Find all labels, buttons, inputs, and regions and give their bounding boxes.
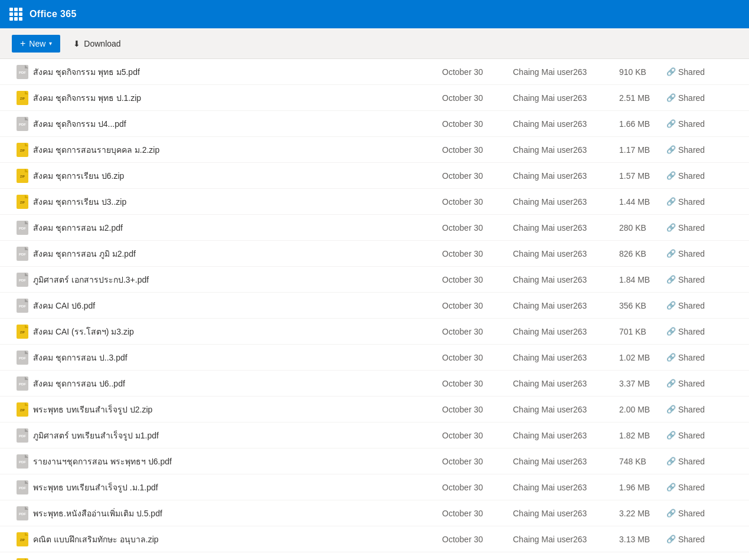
file-sharing: 🔗 Shared — [666, 93, 737, 103]
file-date: October 30 — [442, 431, 513, 440]
file-name[interactable]: สังคม ชุดกิจกรรม พุทธ ม5.pdf — [33, 66, 442, 78]
file-size: 1.02 MB — [619, 353, 666, 362]
file-modified-by: Chaing Mai user263 — [513, 197, 619, 207]
file-modified-by: Chaing Mai user263 — [513, 93, 619, 103]
file-date: October 30 — [442, 249, 513, 258]
zip-icon: ZIP — [12, 532, 33, 546]
table-row[interactable]: PDF สังคม ชุดการสอน ป6..pdf October 30 C… — [0, 371, 749, 397]
file-size: 1.82 MB — [619, 431, 666, 440]
download-label: Download — [84, 39, 120, 48]
file-name[interactable]: สังคม ชุดการเรียน ป6.zip — [33, 169, 442, 182]
app-title: Office 365 — [30, 9, 77, 19]
table-row[interactable]: PDF ภูมิศาสตร์ เอกสารประกป.3+.pdf Octobe… — [0, 267, 749, 293]
table-row[interactable]: PDF สังคม ชุดกิจกรรม ป4...pdf October 30… — [0, 111, 749, 137]
sharing-label: Shared — [678, 145, 705, 155]
file-size: 280 KB — [619, 223, 666, 232]
file-name[interactable]: ภูมิศาสตร์ บทเรียนสำเร็จรูป ม1.pdf — [33, 429, 442, 442]
file-size: 3.22 MB — [619, 509, 666, 518]
pdf-icon: PDF — [12, 221, 33, 235]
new-button[interactable]: + New ▾ — [12, 35, 60, 53]
sharing-label: Shared — [678, 119, 705, 129]
sharing-label: Shared — [678, 457, 705, 466]
download-button[interactable]: ⬇ Download — [65, 35, 129, 52]
table-row[interactable]: PDF สังคม CAI ป6.pdf October 30 Chaing M… — [0, 293, 749, 319]
zip-icon: ZIP — [12, 558, 33, 561]
table-row[interactable]: PDF พระพุทธ บทเรียนสำเร็จรูป .ม.1.pdf Oc… — [0, 474, 749, 500]
table-row[interactable]: PDF สังคม ชุดกิจกรรม พุทธ ม5.pdf October… — [0, 59, 749, 85]
table-row[interactable]: ZIP สังคม ชุดกิจกรรม พุทธ ป.1.zip Octobe… — [0, 85, 749, 111]
file-modified-by: Chaing Mai user263 — [513, 457, 619, 466]
file-size: 356 KB — [619, 301, 666, 310]
file-size: 910 KB — [619, 67, 666, 77]
file-name[interactable]: สังคม ชุดการสอน ป6..pdf — [33, 377, 442, 390]
sharing-label: Shared — [678, 301, 705, 310]
table-row[interactable]: PDF ภูมิศาสตร์ บทเรียนสำเร็จรูป ม1.pdf O… — [0, 423, 749, 448]
table-row[interactable]: PDF รายงานฯชุดการสอน พระพุทธฯ ป6.pdf Oct… — [0, 448, 749, 474]
file-name[interactable]: รายงานฯชุดการสอน พระพุทธฯ ป6.pdf — [33, 455, 442, 468]
table-row[interactable]: PDF สังคม ชุดการสอน ม2.pdf October 30 Ch… — [0, 215, 749, 241]
file-name[interactable]: สังคม ชุดการสอน ม2.pdf — [33, 221, 442, 234]
file-size: 2.00 MB — [619, 405, 666, 414]
file-name[interactable]: สังคม CAI ป6.pdf — [33, 299, 442, 312]
file-name[interactable]: สังคม ชุดกิจกรรม พุทธ ป.1.zip — [33, 91, 442, 104]
table-row[interactable]: ZIP คณิต แบบฝึกเสริมทักษะ อนุบาล.zip Oct… — [0, 526, 749, 552]
share-icon: 🔗 — [666, 405, 676, 414]
share-icon: 🔗 — [666, 509, 676, 518]
table-row[interactable]: PDF สังคม ชุดการสอน ป..3.pdf October 30 … — [0, 345, 749, 371]
table-row[interactable]: ZIP สังคม CAI (รร.โสตฯ) ม3.zip October 3… — [0, 319, 749, 345]
file-name[interactable]: สังคม ชุดการเรียน ป3..zip — [33, 195, 442, 208]
file-sharing: 🔗 Shared — [666, 535, 737, 544]
file-sharing: 🔗 Shared — [666, 457, 737, 466]
file-modified-by: Chaing Mai user263 — [513, 145, 619, 155]
sharing-label: Shared — [678, 275, 705, 284]
file-sharing: 🔗 Shared — [666, 405, 737, 414]
table-row[interactable]: ZIP พระพุทธ บทเรียนสำเร็จรูป ป2.zip Octo… — [0, 397, 749, 423]
table-row[interactable]: ZIP สังคม ชุดการเรียน ป3..zip October 30… — [0, 189, 749, 215]
table-row[interactable]: ZIP สังคม ชุดการเรียน ป6.zip October 30 … — [0, 163, 749, 189]
sharing-label: Shared — [678, 405, 705, 414]
file-modified-by: Chaing Mai user263 — [513, 301, 619, 310]
file-sharing: 🔗 Shared — [666, 431, 737, 440]
new-label: New — [29, 39, 45, 48]
app-launcher-icon[interactable] — [9, 8, 22, 21]
share-icon: 🔗 — [666, 379, 676, 388]
share-icon: 🔗 — [666, 249, 676, 258]
file-name[interactable]: สังคม CAI (รร.โสตฯ) ม3.zip — [33, 325, 442, 338]
file-size: 1.17 MB — [619, 145, 666, 155]
file-name[interactable]: สังคม ชุดการสอนรายบุคคล ม.2.zip — [33, 143, 442, 156]
file-size: 748 KB — [619, 457, 666, 466]
file-date: October 30 — [442, 535, 513, 544]
file-name[interactable]: สังคม ชุดการสอน ภูมิ ม2.pdf — [33, 247, 442, 260]
file-modified-by: Chaing Mai user263 — [513, 509, 619, 518]
sharing-label: Shared — [678, 223, 705, 232]
table-row[interactable]: PDF พระพุทธ.หนังสืออ่านเพิ่มเติม ป.5.pdf… — [0, 500, 749, 526]
sharing-label: Shared — [678, 249, 705, 258]
file-sharing: 🔗 Shared — [666, 483, 737, 492]
zip-icon: ZIP — [12, 91, 33, 105]
sharing-label: Shared — [678, 483, 705, 492]
file-name[interactable]: พระพุทธ บทเรียนสำเร็จรูป ป2.zip — [33, 403, 442, 416]
plus-icon: + — [20, 38, 25, 49]
file-modified-by: Chaing Mai user263 — [513, 327, 619, 336]
file-name[interactable]: พระพุทธ.หนังสืออ่านเพิ่มเติม ป.5.pdf — [33, 507, 442, 520]
file-name[interactable]: สังคม ชุดการสอน ป..3.pdf — [33, 351, 442, 364]
file-name[interactable]: สังคม ชุดกิจกรรม ป4...pdf — [33, 117, 442, 130]
download-icon: ⬇ — [73, 39, 80, 48]
file-modified-by: Chaing Mai user263 — [513, 535, 619, 544]
file-sharing: 🔗 Shared — [666, 353, 737, 362]
file-date: October 30 — [442, 275, 513, 284]
file-name[interactable]: พระพุทธ บทเรียนสำเร็จรูป .ม.1.pdf — [33, 481, 442, 494]
file-name[interactable]: คณิต แบบฝึกเสริมทักษะ อนุบาล.zip — [33, 533, 442, 546]
share-icon: 🔗 — [666, 171, 676, 180]
file-size: 1.66 MB — [619, 119, 666, 129]
file-date: October 30 — [442, 327, 513, 336]
file-date: October 30 — [442, 405, 513, 414]
table-row[interactable]: ZIP สังคม ชุดการสอนรายบุคคล ม.2.zip Octo… — [0, 137, 749, 163]
file-list: PDF สังคม ชุดกิจกรรม พุทธ ม5.pdf October… — [0, 59, 749, 560]
share-icon: 🔗 — [666, 275, 676, 284]
table-row[interactable]: PDF สังคม ชุดการสอน ภูมิ ม2.pdf October … — [0, 241, 749, 267]
share-icon: 🔗 — [666, 223, 676, 232]
share-icon: 🔗 — [666, 67, 676, 76]
file-name[interactable]: ภูมิศาสตร์ เอกสารประกป.3+.pdf — [33, 273, 442, 286]
table-row[interactable]: ZIP Research การพัฒนาบทเรียนสำเร็จรูป สั… — [0, 552, 749, 560]
